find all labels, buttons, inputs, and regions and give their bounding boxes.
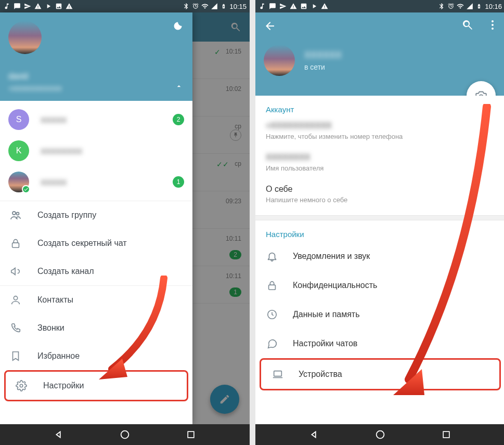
- warning-icon: [66, 3, 73, 10]
- username-value: XXXXXXXX: [266, 153, 495, 162]
- wifi-icon: [457, 3, 464, 10]
- svg-point-5: [121, 431, 129, 439]
- account-avatar: [8, 172, 29, 192]
- warning-icon: [321, 3, 328, 10]
- lock-icon: [9, 237, 22, 250]
- setting-label: Устройства: [299, 370, 342, 379]
- phone-right: 10:16 XXXXXX в сети Аккаунт +XXXXXXXXXXX…: [255, 0, 504, 445]
- field-username[interactable]: XXXXXXXX Имя пользователя: [266, 147, 495, 178]
- status-right-icons: 10:16: [438, 3, 502, 10]
- svg-point-0: [12, 212, 16, 215]
- drawer-menu: Создать группу Создать секретный чат Соз…: [0, 201, 192, 424]
- svg-point-8: [492, 24, 494, 26]
- account-badge: 2: [173, 114, 184, 125]
- account-item[interactable]: K XXXXXXXX: [0, 135, 192, 166]
- drawer-phone: +XXXXXXXXXXX: [8, 85, 62, 93]
- status-bar: 10:15: [0, 0, 250, 12]
- search-icon[interactable]: [461, 19, 474, 33]
- account-item[interactable]: S XXXXX 2: [0, 104, 192, 135]
- about-label: О себе: [266, 185, 495, 194]
- nav-home[interactable]: [373, 427, 387, 442]
- check-icon: [22, 185, 30, 193]
- signal-icon: [466, 3, 473, 10]
- status-right-icons: 10:15: [183, 3, 247, 10]
- account-name: XXXXX: [41, 178, 161, 187]
- status-time: 10:16: [485, 3, 502, 10]
- account-badge: 1: [173, 176, 184, 188]
- nav-back[interactable]: [51, 427, 66, 442]
- menu-create-channel[interactable]: Создать канал: [0, 257, 192, 285]
- menu-settings[interactable]: Настройки: [6, 372, 187, 400]
- svg-point-1: [17, 213, 19, 215]
- bookmark-icon: [9, 350, 22, 362]
- setting-label: Настройки чатов: [293, 339, 357, 348]
- gear-icon: [15, 379, 28, 392]
- setting-privacy[interactable]: Конфиденциальность: [255, 271, 504, 300]
- alarm-icon: [447, 3, 455, 10]
- svg-point-7: [492, 20, 494, 22]
- setting-notifications[interactable]: Уведомления и звук: [255, 242, 504, 271]
- account-avatar: S: [8, 109, 29, 130]
- settings-body: Аккаунт +XXXXXXXXXXX Нажмите, чтобы изме…: [255, 96, 504, 424]
- play-icon: [311, 3, 318, 10]
- account-item[interactable]: XXXXX 1: [0, 166, 192, 198]
- accounts-list: S XXXXX 2 K XXXXXXXX XXXXX 1: [0, 101, 192, 201]
- bluetooth-icon: [183, 3, 190, 10]
- warning-icon: [290, 3, 297, 10]
- telegram-icon: [279, 3, 287, 10]
- bluetooth-icon: [438, 3, 445, 10]
- laptop-icon: [272, 368, 284, 381]
- group-icon: [9, 209, 22, 221]
- chat-icon: [266, 337, 278, 350]
- profile-status: в сети: [304, 63, 342, 71]
- drawer-user-name: david: [8, 72, 28, 81]
- section-settings-title: Настройки: [266, 230, 495, 239]
- menu-create-group[interactable]: Создать группу: [0, 201, 192, 229]
- menu-label: Контакты: [37, 295, 73, 305]
- menu-label: Звонки: [37, 323, 64, 333]
- setting-data-storage[interactable]: Данные и память: [255, 300, 504, 329]
- svg-point-3: [14, 296, 17, 300]
- menu-saved[interactable]: Избранное: [0, 342, 192, 370]
- setting-label: Уведомления и звук: [293, 252, 370, 261]
- megaphone-icon: [9, 265, 22, 278]
- svg-point-9: [492, 28, 494, 30]
- nav-recent[interactable]: [184, 427, 198, 442]
- expand-icon[interactable]: [175, 82, 183, 93]
- svg-rect-15: [443, 431, 449, 438]
- battery-icon: [220, 3, 227, 10]
- more-icon[interactable]: [486, 19, 499, 33]
- section-account-title: Аккаунт: [266, 105, 495, 114]
- night-mode-icon[interactable]: [173, 21, 183, 31]
- nav-recent[interactable]: [439, 427, 454, 442]
- field-about[interactable]: О себе Напишите немного о себе: [266, 178, 495, 210]
- phone-left: 10:15 10:15✓ 10:02 срause it ontent. ср✓…: [0, 0, 250, 445]
- profile-avatar[interactable]: [264, 45, 295, 76]
- image-icon: [300, 3, 307, 10]
- svg-rect-6: [188, 431, 194, 438]
- music-icon: [259, 3, 266, 10]
- battery-icon: [475, 3, 483, 10]
- settings-header: XXXXXX в сети: [255, 12, 504, 96]
- svg-rect-2: [12, 243, 19, 247]
- menu-label: Создать канал: [37, 267, 94, 276]
- status-time: 10:15: [229, 3, 247, 10]
- nav-back[interactable]: [307, 427, 321, 442]
- status-bar: 10:16: [255, 0, 504, 12]
- nav-home[interactable]: [118, 427, 132, 442]
- menu-calls[interactable]: Звонки: [0, 314, 192, 342]
- clock-icon: [266, 308, 278, 321]
- menu-label: Создать секретный чат: [37, 239, 127, 248]
- account-avatar: K: [8, 140, 29, 161]
- back-icon[interactable]: [264, 20, 276, 34]
- field-phone[interactable]: +XXXXXXXXXXX Нажмите, чтобы изменить ном…: [266, 115, 495, 147]
- menu-label: Создать группу: [37, 211, 96, 220]
- avatar[interactable]: [8, 21, 42, 54]
- menu-secret-chat[interactable]: Создать секретный чат: [0, 229, 192, 257]
- setting-devices[interactable]: Устройства: [261, 360, 499, 389]
- drawer-header: david +XXXXXXXXXXX: [0, 12, 192, 101]
- setting-label: Конфиденциальность: [293, 281, 377, 290]
- setting-chat-settings[interactable]: Настройки чатов: [255, 329, 504, 358]
- lock-icon: [266, 279, 278, 292]
- menu-contacts[interactable]: Контакты: [0, 286, 192, 314]
